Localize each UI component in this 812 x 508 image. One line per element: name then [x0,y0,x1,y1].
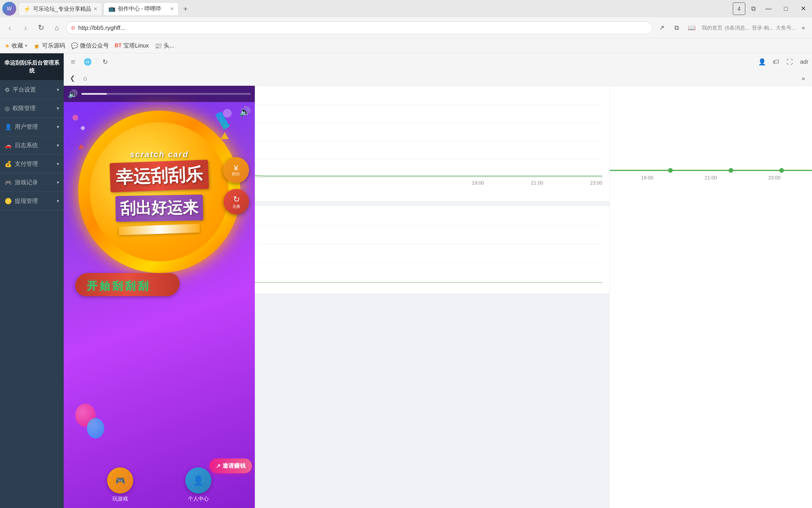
sidebar-item-withdraw-left: 🪙 提现管理 [5,197,38,205]
withdraw-arrow: ▾ [57,198,59,204]
sidebar-title: 幸运刮刮乐后台管理系统 [0,53,64,81]
platform-icon: ⚙ [5,86,10,93]
start-btn[interactable]: 开始刮刮刮 [87,279,151,293]
minimize-btn[interactable]: — [760,0,777,17]
start-btn-area: 开始刮刮刮 [75,273,243,299]
sidebar-item-payment-left: 💰 支付管理 [5,160,38,168]
scraper-img [119,224,200,235]
volume-icon: 🔊 [68,90,78,98]
sidebar-item-user[interactable]: 👤 用户管理 ▾ [0,118,64,136]
tab-bili[interactable]: 📺 创作中心 - 哔哩哔 ✕ [103,2,179,15]
tab2-close[interactable]: ✕ [170,6,174,12]
bonus-coin-icon[interactable]: ¥ 积分 [223,157,249,183]
inner-expand-btn[interactable]: » [798,73,809,83]
inner-fullscreen-icon[interactable]: ⛶ [784,56,796,68]
bm-star-label: 收藏 [12,42,23,49]
personal-center-circle: 👤 [185,467,211,494]
timeline1 [610,170,812,171]
sidebar-item-user-left: 👤 用户管理 [5,123,38,131]
inner-refresh-btn[interactable]: ↻ [99,56,111,68]
scratch-card-main: scratch card 幸运刮刮乐 刮出好运来 [73,105,246,279]
inner-tag-icon[interactable]: 🏷 [770,56,781,68]
tab1-label: 可乐论坛_专业分享精品 [33,5,91,13]
share-btn[interactable]: ↗ [655,22,668,34]
video-progress-bar[interactable] [81,93,251,95]
sidebar-item-permission[interactable]: ◎ 权限管理 ▾ [0,99,64,118]
inner-home-btn[interactable]: ⌂ [80,73,90,83]
bm-extra3: 登录-购... [752,24,773,31]
close-btn[interactable]: ✕ [795,0,812,17]
right-time-labels: 19:00 21:00 23:00 [610,175,812,181]
bookmarks-bar: ★ 收藏 ▾ 🍺 可乐源码 💬 微信公众号 BT 宝塔Linux 📰 头... [0,38,812,53]
nav-right-icons: ↗ ⧉ 📖 我的首页 (6条消息... 登录-购... 大鱼号... » [655,22,809,34]
game-arrow: ▾ [57,180,59,185]
sidebar-item-game-left: 🎮 游戏记录 [5,178,38,186]
sidebar-item-game[interactable]: 🎮 游戏记录 ▾ [0,173,64,192]
play-game-btn[interactable]: 🎮 玩游戏 [107,467,133,502]
timeline-dot-2[interactable] [729,168,733,173]
play-game-circle: 🎮 [107,467,133,494]
bm-weixin[interactable]: 💬 微信公众号 [71,42,109,49]
platform-label: 平台设置 [13,86,36,94]
inner-collapse-btn[interactable]: ❮ [67,73,78,83]
tab-kele[interactable]: ⚡ 可乐论坛_专业分享精品 ✕ [18,2,102,15]
inner-globe-btn[interactable]: 🌐 [82,56,93,68]
new-tab-btn[interactable]: + [180,3,191,14]
sidebar-item-withdraw[interactable]: 🪙 提现管理 ▾ [0,192,64,210]
refresh-btn[interactable]: ↻ [35,22,47,34]
refresh-exchange-icon[interactable]: ↻ 兑换 [224,189,249,214]
play-game-label: 玩游戏 [112,495,128,502]
right-panel: 19:00 21:00 23:00 [609,86,812,508]
tab-count: 4 [737,5,741,12]
extension-btn[interactable]: ⧉ [670,22,683,34]
tab1-close[interactable]: ✕ [94,6,97,12]
ad-volume-btn[interactable]: 🔊 [239,106,251,117]
forward-btn[interactable]: › [19,22,32,34]
scratch-subtitle-banner: 刮出好运来 [115,195,203,222]
video-volume-btn[interactable]: 🔊 [68,89,78,99]
withdraw-icon: 🪙 [5,198,12,205]
tab2-favicon: 📺 [108,5,115,12]
inner-divider [96,58,96,66]
timeline-dot-3[interactable] [779,168,784,173]
bm-star[interactable]: ★ 收藏 ▾ [5,42,27,49]
more-bookmarks-btn[interactable]: » [798,23,809,33]
bm-tou-label: 头... [163,42,174,49]
permission-label: 权限管理 [12,104,36,112]
tab1-favicon: ⚡ [23,5,31,12]
sidebar-item-log[interactable]: 🚗 日志系统 ▾ [0,136,64,155]
bm-extra4: 大鱼号... [776,24,796,31]
game-label: 游戏记录 [15,178,38,186]
bm-baota[interactable]: BT 宝塔Linux [115,42,149,49]
back-btn[interactable]: ‹ [3,22,16,34]
bm-tou[interactable]: 📰 头... [155,42,174,49]
address-bar[interactable]: ⊘ http://bb5.ryghff... [66,22,653,34]
personal-center-btn[interactable]: 👤 个人中心 [185,467,211,502]
inner-back-btn[interactable]: ≡ [67,56,79,68]
tab-count-badge[interactable]: 4 [733,2,746,15]
outer-ring: scratch card 幸运刮刮乐 刮出好运来 [78,111,240,273]
sidebar-item-platform[interactable]: ⚙ 平台设置 ▾ [0,81,64,99]
sidebar-item-payment[interactable]: 💰 支付管理 ▾ [0,155,64,173]
inner-circle: scratch card 幸运刮刮乐 刮出好运来 [90,122,229,261]
bm-kele[interactable]: 🍺 可乐源码 [33,42,65,49]
extensions-btn[interactable]: ⧉ [747,2,760,15]
inner-adr-label: adr [800,58,809,65]
save-btn[interactable]: 📖 [685,22,698,34]
content-area: ≡ 🌐 ↻ 👤 🏷 ⛶ adr ❮ ⌂ » [64,53,812,508]
maximize-btn[interactable]: □ [777,0,795,17]
address-text: http://bb5.ryghff... [78,24,648,31]
inner-person-icon[interactable]: 👤 [756,56,768,68]
sidebar-item-log-left: 🚗 日志系统 [5,141,38,149]
time-23: 23:00 [768,175,781,181]
payment-arrow: ▾ [57,161,59,167]
home-btn[interactable]: ⌂ [50,22,63,34]
log-arrow: ▾ [57,142,59,148]
log-label: 日志系统 [15,141,38,149]
time-19: 19:00 [641,175,654,181]
inner-browser-toolbar: ≡ 🌐 ↻ 👤 🏷 ⛶ adr ❮ ⌂ » [64,53,812,86]
sidebar-item-platform-left: ⚙ 平台设置 [5,86,36,94]
video-bar: 🔊 [64,86,255,102]
timeline-dot-1[interactable] [668,168,673,173]
permission-icon: ◎ [5,105,9,112]
